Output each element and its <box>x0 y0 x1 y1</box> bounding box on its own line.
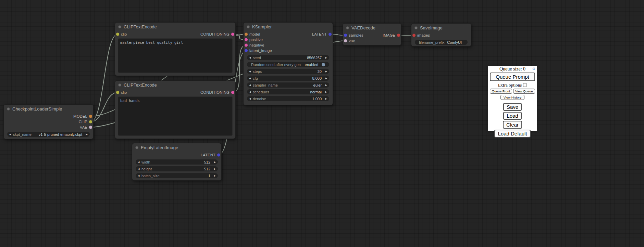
load-button[interactable]: Load <box>503 112 521 120</box>
view-queue-button[interactable]: View Queue <box>513 89 535 94</box>
node-saveimage[interactable]: SaveImage images filename_prefix ComfyUI <box>411 23 471 47</box>
collapse-dot-icon[interactable] <box>135 146 138 149</box>
collapse-dot-icon[interactable] <box>7 107 10 110</box>
save-button[interactable]: Save <box>503 103 522 111</box>
scheduler-widget[interactable]: ◀ scheduler normal ▶ <box>247 89 329 94</box>
increment-arrow-icon[interactable]: ▶ <box>323 55 327 60</box>
node-title: KSampler <box>252 24 272 29</box>
denoise-widget[interactable]: ◀ denoise 1.000 ▶ <box>247 96 329 101</box>
node-title-bar[interactable]: EmptyLatentImage <box>132 143 221 152</box>
widget-value: euler <box>313 83 322 87</box>
increment-arrow-icon[interactable]: ▶ <box>323 96 327 101</box>
samples-input-dot[interactable] <box>344 34 347 37</box>
node-title-bar[interactable]: CLIPTextEncode <box>115 81 235 89</box>
widget-value: 512 <box>204 167 210 171</box>
decrement-arrow-icon[interactable]: ◀ <box>249 96 253 101</box>
width-widget[interactable]: ◀ width 512 ▶ <box>136 159 218 165</box>
vae-output-dot[interactable] <box>89 126 92 129</box>
increment-arrow-icon[interactable]: ▶ <box>323 89 327 94</box>
decrement-arrow-icon[interactable]: ◀ <box>249 76 253 81</box>
positive-input-dot[interactable] <box>245 38 248 41</box>
latent-output-dot[interactable] <box>329 33 332 36</box>
increment-arrow-icon[interactable]: ▶ <box>212 159 216 165</box>
steps-widget[interactable]: ◀ steps 20 ▶ <box>247 69 329 74</box>
clip-input-dot[interactable] <box>116 33 119 36</box>
model-output-dot[interactable] <box>89 115 92 118</box>
node-emptylatentimage[interactable]: EmptyLatentImage LATENT ◀ width 512 ▶ ◀ … <box>132 143 222 181</box>
decrement-arrow-icon[interactable]: ◀ <box>249 82 253 88</box>
decrement-arrow-icon[interactable]: ◀ <box>9 132 13 137</box>
decrement-arrow-icon[interactable]: ◀ <box>138 166 141 171</box>
node-title-bar[interactable]: VAEDecode <box>343 24 401 32</box>
sampler-name-widget[interactable]: ◀ sampler_name euler ▶ <box>247 82 329 88</box>
negative-input-dot[interactable] <box>245 44 248 47</box>
collapse-dot-icon[interactable] <box>247 25 250 28</box>
collapse-dot-icon[interactable] <box>346 26 349 29</box>
queue-size-label: Queue size: 0 <box>499 66 525 72</box>
node-checkpointloadersimple[interactable]: CheckpointLoaderSimple MODEL CLIP VAE ◀ … <box>3 104 94 139</box>
collapse-dot-icon[interactable] <box>414 26 418 29</box>
view-history-button[interactable]: View History <box>500 95 525 100</box>
node-vaedecode[interactable]: VAEDecode samples IMAGE vae <box>343 23 401 46</box>
output-label-latent: LATENT <box>312 32 327 36</box>
random-seed-toggle-widget[interactable]: Random seed after every gen enabled <box>247 62 329 67</box>
filename-prefix-widget[interactable]: filename_prefix ComfyUI <box>415 40 468 45</box>
positive-prompt-textarea[interactable]: masterpiece best quality girl <box>118 38 233 73</box>
output-label-image: IMAGE <box>383 33 395 37</box>
node-graph-canvas[interactable]: CheckpointLoaderSimple MODEL CLIP VAE ◀ … <box>0 0 644 247</box>
decrement-arrow-icon[interactable]: ◀ <box>249 69 253 74</box>
collapse-dot-icon[interactable] <box>118 25 121 28</box>
widget-value: ComfyUI <box>447 40 462 44</box>
extra-options-checkbox[interactable] <box>523 83 527 87</box>
node-cliptextencode-negative[interactable]: CLIPTextEncode clip CONDITIONING bad han… <box>115 80 236 139</box>
output-label-clip: CLIP <box>78 120 87 124</box>
node-title-bar[interactable]: KSampler <box>244 23 333 31</box>
toggle-indicator-icon[interactable] <box>322 63 325 66</box>
batch-size-widget[interactable]: ◀ batch_size 1 ▶ <box>136 173 218 178</box>
clip-output-dot[interactable] <box>89 120 92 124</box>
node-title: VAEDecode <box>351 25 375 30</box>
decrement-arrow-icon[interactable]: ◀ <box>138 173 141 178</box>
vae-input-dot[interactable] <box>344 39 347 42</box>
load-default-button[interactable]: Load Default <box>494 130 530 138</box>
widget-value: normal <box>310 90 322 94</box>
images-input-dot[interactable] <box>412 34 416 37</box>
node-title-bar[interactable]: CLIPTextEncode <box>115 23 235 31</box>
widget-value: 1.000 <box>312 97 322 101</box>
increment-arrow-icon[interactable]: ▶ <box>212 173 216 178</box>
collapse-dot-icon[interactable] <box>118 83 121 87</box>
widget-value: 20 <box>318 69 322 74</box>
image-output-dot[interactable] <box>397 34 400 37</box>
model-input-dot[interactable] <box>245 33 248 36</box>
increment-arrow-icon[interactable]: ▶ <box>212 166 216 171</box>
node-ksampler[interactable]: KSampler model LATENT positive negative … <box>243 22 333 105</box>
output-label-conditioning: CONDITIONING <box>200 90 230 94</box>
clear-button[interactable]: Clear <box>503 121 522 129</box>
decrement-arrow-icon[interactable]: ◀ <box>249 89 253 94</box>
cfg-widget[interactable]: ◀ cfg 8.000 ▶ <box>247 76 329 81</box>
node-title-bar[interactable]: SaveImage <box>411 24 471 32</box>
widget-label: denoise <box>253 97 312 101</box>
settings-gear-icon[interactable]: ⚙ <box>532 66 535 72</box>
negative-prompt-textarea[interactable]: bad hands <box>118 96 233 136</box>
clip-input-dot[interactable] <box>116 91 119 94</box>
increment-arrow-icon[interactable]: ▶ <box>323 69 327 74</box>
latent-image-input-dot[interactable] <box>245 49 248 52</box>
decrement-arrow-icon[interactable]: ◀ <box>249 55 253 60</box>
conditioning-output-dot[interactable] <box>231 33 234 36</box>
increment-arrow-icon[interactable]: ▶ <box>323 82 327 88</box>
conditioning-output-dot[interactable] <box>231 91 234 94</box>
widget-value: 512 <box>204 160 210 164</box>
queue-prompt-button[interactable]: Queue Prompt <box>490 73 535 81</box>
increment-arrow-icon[interactable]: ▶ <box>323 76 327 81</box>
decrement-arrow-icon[interactable]: ◀ <box>138 159 141 165</box>
queue-front-button[interactable]: Queue Front <box>490 89 512 94</box>
height-widget[interactable]: ◀ height 512 ▶ <box>136 166 218 171</box>
node-title-bar[interactable]: CheckpointLoaderSimple <box>4 105 93 113</box>
latent-output-dot[interactable] <box>217 154 220 157</box>
node-cliptextencode-positive[interactable]: CLIPTextEncode clip CONDITIONING masterp… <box>115 22 236 76</box>
seed-widget[interactable]: ◀ seed 8566257 ▶ <box>247 55 329 60</box>
increment-arrow-icon[interactable]: ▶ <box>84 132 88 137</box>
ckpt-name-widget[interactable]: ◀ ckpt_name v1-5-pruned-emaonly.ckpt ▶ <box>7 132 90 137</box>
comfy-menu-panel[interactable]: Queue size: 0 ⚙ Queue Prompt Extra optio… <box>488 66 537 131</box>
